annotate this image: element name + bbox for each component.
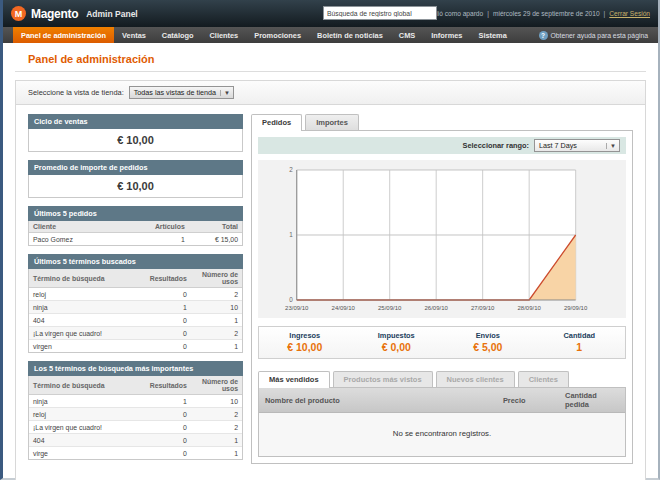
range-label: Seleccionar rango: [462, 141, 529, 150]
table-row[interactable]: ¡La virgen que cuadro! 0 2 [29, 421, 242, 434]
store-view-select[interactable]: Todas las vistas de tienda ▼ [129, 86, 234, 99]
tab-nuevos-clientes: Nuevos clientes [436, 371, 515, 387]
global-search-input[interactable] [323, 6, 437, 20]
nav-item-informes[interactable]: Informes [423, 27, 470, 43]
page-title: Panel de administración [28, 53, 645, 65]
cell-term: reloj [29, 288, 140, 301]
cell-results: 1 [140, 395, 191, 408]
nav-item-ventas[interactable]: Ventas [114, 27, 154, 43]
table-row[interactable]: ninja 1 10 [29, 395, 242, 408]
nav-item-cms[interactable]: CMS [391, 27, 423, 43]
cell-results: 0 [140, 314, 191, 327]
cell-term: virge [29, 447, 140, 460]
cell-customer: Paco Gomez [29, 233, 136, 246]
help-link[interactable]: ? Obtener ayuda para esta página [539, 27, 659, 43]
orders-card: Seleccionar rango: Last 7 Days ▼ 01223/0… [251, 130, 633, 464]
total-envios: Envíos € 5,00 [442, 331, 534, 353]
table-row[interactable]: virge 0 1 [29, 447, 242, 460]
cell-results: 1 [140, 301, 191, 314]
box-title: Últimos 5 términos buscados [28, 254, 243, 269]
cell-uses: 1 [191, 434, 242, 447]
stats-sidebar: Ciclo de ventas € 10,00 Promedio de impo… [28, 114, 243, 468]
help-icon: ? [539, 31, 548, 40]
table-row[interactable]: Paco Gomez 1 € 15,00 [29, 233, 242, 246]
tab-mas-vendidos[interactable]: Más vendidos [258, 371, 330, 388]
top-header: M Magento Admin Panel Accedió como apard… [3, 0, 658, 27]
total-impuestos: Impuestos € 0,00 [351, 331, 443, 353]
orders-chart: 01223/09/1024/09/1025/09/1026/09/1027/09… [258, 160, 626, 318]
products-tabs: Más vendidos Productos más vistos Nuevos… [258, 371, 626, 387]
nav-item-dashboard[interactable]: Panel de administración [13, 27, 114, 43]
table-row[interactable]: reloj 0 2 [29, 288, 242, 301]
table-row[interactable]: 404 0 1 [29, 434, 242, 447]
table-row[interactable]: virgen 0 1 [29, 340, 242, 353]
cell-uses: 1 [191, 314, 242, 327]
total-label: Impuestos [351, 331, 443, 340]
cell-term: ¡La virgen que cuadro! [29, 327, 140, 340]
range-bar: Seleccionar rango: Last 7 Days ▼ [258, 137, 626, 154]
magento-logo-icon: M [11, 6, 26, 21]
sales-cycle-value: € 10,00 [28, 129, 243, 152]
nav-item-catalogo[interactable]: Catálogo [154, 27, 202, 43]
cell-results: 0 [140, 327, 191, 340]
cell-uses: 1 [191, 447, 242, 460]
nav-item-promociones[interactable]: Promociones [246, 27, 309, 43]
tab-importes[interactable]: Importes [305, 114, 359, 130]
box-title: Ciclo de ventas [28, 114, 243, 129]
cell-uses: 2 [191, 288, 242, 301]
tab-pedidos[interactable]: Pedidos [251, 114, 302, 131]
cell-total: € 15,00 [189, 233, 242, 246]
cell-uses: 2 [191, 421, 242, 434]
session-info: Accedió como apardo | miércoles 29 de se… [419, 10, 650, 17]
top-search-terms-box: Los 5 términos de búsqueda más important… [28, 361, 243, 460]
svg-text:29/09/10: 29/09/10 [564, 304, 588, 311]
store-view-label: Seleccione la vista de tienda: [28, 88, 124, 97]
total-cantidad: Cantidad 1 [534, 331, 626, 353]
cell-uses: 2 [191, 408, 242, 421]
main-nav: Panel de administración Ventas Catálogo … [3, 27, 658, 43]
col-header: Resultados [140, 376, 191, 395]
chevron-down-icon: ▼ [606, 143, 616, 149]
empty-message: No se encontraron registros. [259, 413, 625, 456]
svg-text:23/09/10: 23/09/10 [285, 304, 309, 311]
range-select[interactable]: Last 7 Days ▼ [534, 139, 620, 152]
tab-productos-mas-vistos: Productos más vistos [333, 371, 433, 387]
col-header: Resultados [140, 269, 191, 288]
svg-text:0: 0 [289, 296, 293, 303]
box-title: Últimos 5 pedidos [28, 206, 243, 221]
total-value: 1 [534, 341, 626, 353]
cell-term: ¡La virgen que cuadro! [29, 421, 140, 434]
dashboard-container: Seleccione la vista de tienda: Todas las… [15, 80, 646, 480]
tab-clientes: Clientes [518, 371, 569, 387]
current-date: miércoles 29 de septiembre de 2010 [493, 10, 600, 17]
col-header: Número de usos [191, 269, 242, 288]
logo-text: Magento [31, 7, 78, 21]
logout-link[interactable]: Cerrar Sesión [609, 10, 650, 17]
cell-results: 0 [140, 408, 191, 421]
total-label: Ingresos [259, 331, 351, 340]
avg-order-box: Promedio de importe de pedidos € 10,00 [28, 160, 243, 198]
products-table: Nombre del producto Precio Cantidad pedi… [259, 388, 625, 413]
nav-item-clientes[interactable]: Clientes [201, 27, 246, 43]
svg-text:26/09/10: 26/09/10 [425, 304, 449, 311]
total-value: € 0,00 [351, 341, 443, 353]
table-row[interactable]: ¡La virgen que cuadro! 0 2 [29, 327, 242, 340]
nav-item-sistema[interactable]: Sistema [470, 27, 514, 43]
title-divider [15, 71, 646, 72]
table-row[interactable]: reloj 0 2 [29, 408, 242, 421]
table-row[interactable]: ninja 1 10 [29, 301, 242, 314]
cell-results: 0 [140, 447, 191, 460]
cell-term: 404 [29, 434, 140, 447]
last-orders-table: Cliente Artículos Total Paco Gomez 1 € 1… [29, 221, 242, 245]
col-header: Término de búsqueda [29, 376, 140, 395]
cell-uses: 10 [191, 395, 242, 408]
products-table-card: Nombre del producto Precio Cantidad pedi… [258, 387, 626, 457]
svg-text:1: 1 [289, 231, 293, 238]
help-label: Obtener ayuda para esta página [551, 32, 649, 39]
total-ingresos: Ingresos € 10,00 [259, 331, 351, 353]
chevron-down-icon: ▼ [220, 90, 230, 96]
table-row[interactable]: 404 0 1 [29, 314, 242, 327]
total-label: Cantidad [534, 331, 626, 340]
magento-logo: M Magento Admin Panel [11, 6, 138, 21]
nav-item-boletin[interactable]: Boletín de noticias [309, 27, 391, 43]
